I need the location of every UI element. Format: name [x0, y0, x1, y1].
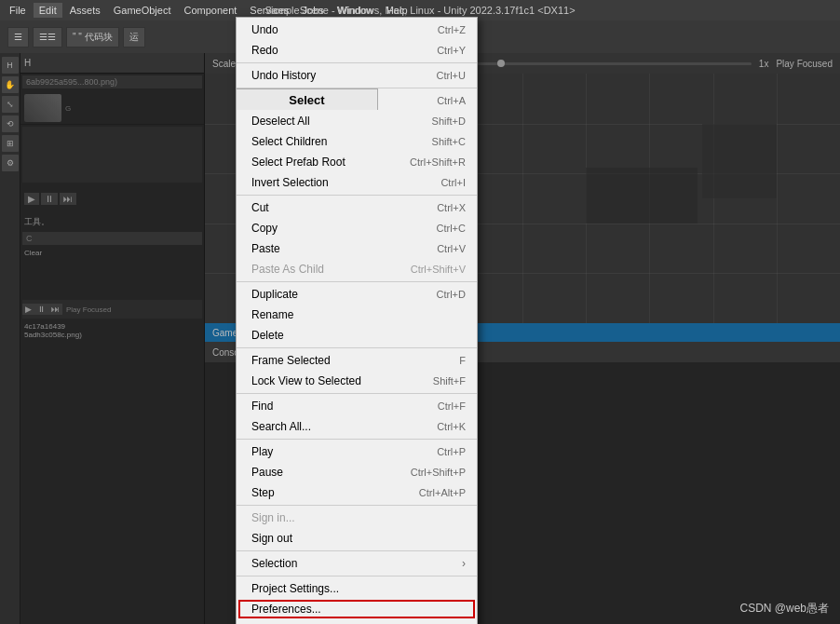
menu-label-sign-out: Sign out — [251, 530, 447, 547]
blue-bar-text: Game — [212, 328, 237, 338]
thumb-1 — [24, 94, 61, 122]
menu-item-shortcuts[interactable]: Shortcuts... — [237, 619, 477, 624]
menu-group-undo: Undo Ctrl+Z Redo Ctrl+Y — [237, 18, 477, 63]
panel-bottom-controls: ▶ ⏸ ⏭ Play Focused — [22, 300, 202, 319]
menu-item-search-all[interactable]: Search All... Ctrl+K — [237, 416, 477, 437]
menu-group-history: Undo History Ctrl+U — [237, 63, 477, 88]
panel-play-btn[interactable]: ▶ — [22, 304, 34, 315]
scale-value: 1x — [759, 59, 769, 69]
left-icon-4[interactable]: ⟲ — [2, 115, 19, 132]
menu-item-sign-in: Sign in... — [237, 508, 477, 528]
play-focused-label: Play Focused — [66, 305, 111, 314]
left-icon-5[interactable]: ⊞ — [2, 135, 19, 152]
left-icon-1[interactable]: H — [2, 57, 19, 74]
left-icon-6[interactable]: ⚙ — [2, 155, 19, 171]
menu-item-step[interactable]: Step Ctrl+Alt+P — [237, 482, 477, 503]
menu-item-lock-view[interactable]: Lock View to Selected Shift+F — [237, 371, 477, 391]
left-icon-2[interactable]: ✋ — [2, 76, 19, 93]
menu-group-duplicate: Duplicate Ctrl+D Rename Delete — [237, 282, 477, 348]
menu-label-paste-as-child: Paste As Child — [251, 261, 392, 278]
menu-item-sign-out[interactable]: Sign out — [237, 528, 477, 549]
menu-label-pause: Pause — [251, 464, 392, 481]
menu-component[interactable]: Component — [178, 3, 242, 18]
menu-item-find[interactable]: Find Ctrl+F — [237, 396, 477, 416]
panel-section-sub: C — [22, 232, 202, 245]
menu-item-rename[interactable]: Rename — [237, 305, 477, 325]
panel-step-btn[interactable]: ⏭ — [48, 304, 62, 315]
menu-group-play: Play Ctrl+P Pause Ctrl+Shift+P Step Ctrl… — [237, 440, 477, 506]
shortcut-cut: Ctrl+X — [437, 199, 466, 216]
menu-label-undo-history: Undo History — [251, 67, 418, 84]
menu-item-paste[interactable]: Paste Ctrl+V — [237, 238, 477, 259]
shortcut-find: Ctrl+F — [438, 398, 466, 414]
menu-gameobject[interactable]: GameObject — [108, 3, 177, 18]
menu-item-project-settings[interactable]: Project Settings... — [237, 578, 477, 599]
shortcut-redo: Ctrl+Y — [437, 42, 466, 59]
menu-item-select-children[interactable]: Select Children Shift+C — [237, 131, 477, 152]
panel-pause-btn[interactable]: ⏸ — [34, 304, 48, 315]
menu-file[interactable]: File — [4, 3, 32, 18]
menu-label-step: Step — [251, 484, 400, 501]
select-header: Select — [236, 88, 378, 110]
menu-label-copy: Copy — [251, 220, 418, 237]
panel-bottom-area — [22, 261, 202, 298]
shortcut-lock-view: Shift+F — [433, 373, 466, 389]
menu-assets[interactable]: Assets — [64, 3, 106, 18]
menu-label-lock-view: Lock View to Selected — [251, 373, 414, 389]
left-icon-3[interactable]: ⤡ — [2, 96, 19, 113]
panel-clear-label: Clear — [20, 247, 204, 259]
menu-label-select-prefab-root: Select Prefab Root — [251, 154, 391, 170]
menu-item-deselect-all[interactable]: Deselect All Shift+D — [237, 111, 477, 131]
play-btn[interactable]: ▶ — [24, 193, 39, 205]
menu-item-select-prefab-root[interactable]: Select Prefab Root Ctrl+Shift+R — [237, 152, 477, 172]
menu-item-paste-as-child: Paste As Child Ctrl+Shift+V — [237, 259, 477, 279]
window-title: SampleScene - Windows, Mac, Linux - Unit… — [264, 5, 575, 16]
scene-object-1 — [586, 168, 698, 224]
watermark-text: CSDN @web愚者 — [739, 602, 829, 615]
menu-label-select-children: Select Children — [251, 133, 413, 150]
menu-label-duplicate: Duplicate — [251, 286, 418, 303]
menu-item-selection[interactable]: Selection › — [237, 553, 477, 574]
menu-edit[interactable]: Edit — [34, 3, 62, 18]
menu-label-project-settings: Project Settings... — [251, 580, 447, 597]
left-panel: H 6ab9925a595...800.png) G ▶ ⏸ ⏭ 工具。 C C… — [20, 53, 205, 624]
shortcut-search-all: Ctrl+K — [437, 418, 466, 435]
menu-item-redo[interactable]: Redo Ctrl+Y — [237, 40, 477, 61]
shortcut-undo: Ctrl+Z — [438, 21, 466, 38]
pause-btn[interactable]: ⏸ — [41, 193, 58, 205]
panel-section-label: 工具。 — [20, 214, 204, 230]
menu-item-preferences[interactable]: Preferences... — [237, 599, 477, 619]
step-btn[interactable]: ⏭ — [60, 193, 76, 205]
scale-knob[interactable] — [497, 60, 505, 67]
shortcut-invert-selection: Ctrl+I — [440, 174, 466, 191]
menu-label-selection: Selection — [251, 555, 454, 572]
menu-label-frame-selected: Frame Selected — [251, 352, 440, 369]
toolbar-btn-2[interactable]: ☰☰ — [33, 27, 62, 47]
select-label: Select — [289, 93, 324, 107]
menu-label-invert-selection: Invert Selection — [251, 174, 422, 191]
toolbar-btn-1[interactable]: ☰ — [7, 27, 29, 47]
menu-label-redo: Redo — [251, 42, 418, 59]
shortcut-copy: Ctrl+C — [437, 220, 466, 237]
shortcut-duplicate: Ctrl+D — [437, 286, 466, 303]
menu-item-undo[interactable]: Undo Ctrl+Z — [237, 20, 477, 40]
menu-item-cut[interactable]: Cut Ctrl+X — [237, 197, 477, 218]
menu-item-undo-history[interactable]: Undo History Ctrl+U — [237, 65, 477, 86]
panel-path-text: 6ab9925a595...800.png) — [22, 75, 202, 88]
panel-controls: ▶ ⏸ ⏭ — [22, 184, 202, 212]
menu-item-frame-selected[interactable]: Frame Selected F — [237, 350, 477, 371]
menu-item-duplicate[interactable]: Duplicate Ctrl+D — [237, 284, 477, 305]
toolbar-btn-code[interactable]: " " 代码块 — [66, 27, 119, 47]
left-panel-toolbar: H — [20, 53, 204, 74]
toolbar-btn-nav[interactable]: 运 — [123, 27, 145, 47]
shortcut-select-prefab-root: Ctrl+Shift+R — [410, 154, 466, 170]
menu-item-pause[interactable]: Pause Ctrl+Shift+P — [237, 462, 477, 482]
menu-label-find: Find — [251, 398, 419, 414]
scene-preview — [22, 127, 202, 183]
menu-item-invert-selection[interactable]: Invert Selection Ctrl+I — [237, 172, 477, 193]
menu-label-cut: Cut — [251, 199, 418, 216]
menu-item-copy[interactable]: Copy Ctrl+C — [237, 218, 477, 238]
menu-item-play[interactable]: Play Ctrl+P — [237, 441, 477, 462]
menu-label-deselect-all: Deselect All — [251, 113, 413, 129]
menu-item-delete[interactable]: Delete — [237, 325, 477, 346]
